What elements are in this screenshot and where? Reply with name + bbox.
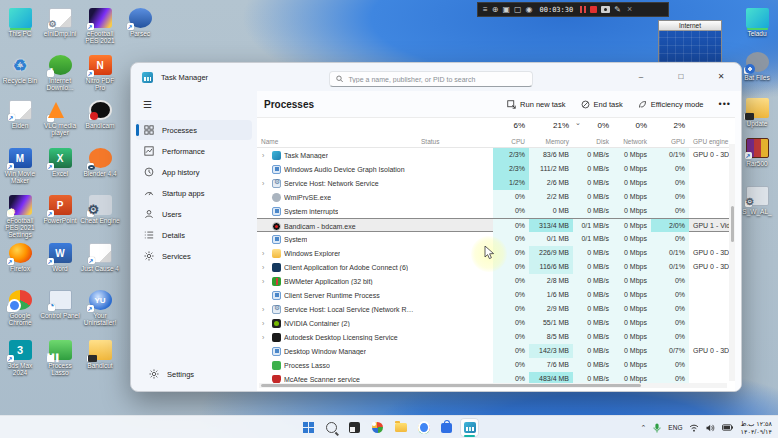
process-row[interactable]: ›Autodesk Desktop Licensing Service0%8/5…: [257, 330, 735, 344]
desktop-icon-google-chrome[interactable]: Google Chrome: [0, 290, 40, 326]
camera-icon[interactable]: [601, 6, 610, 13]
desktop-icon-your-uninstaller-[interactable]: YUYour Uninstaller!: [80, 290, 120, 326]
taskbar-snip-icon[interactable]: [345, 418, 364, 437]
horizontal-scrollbar[interactable]: [259, 383, 727, 388]
desktop-icon-elden[interactable]: Elden: [0, 100, 40, 129]
expand-chevron-icon[interactable]: ›: [262, 264, 269, 271]
sidebar-item-details[interactable]: Details: [136, 225, 252, 245]
column-gpu-engine[interactable]: GPU engine: [689, 118, 735, 147]
battery-icon[interactable]: [722, 424, 733, 431]
vertical-scrollbar-thumb[interactable]: [731, 206, 734, 242]
process-row[interactable]: Windows Audio Device Graph Isolation2/3%…: [257, 162, 735, 176]
sidebar-item-services[interactable]: Services: [136, 246, 252, 266]
process-row[interactable]: ›Service Host: Network Service1/2%2/6 MB…: [257, 176, 735, 190]
target-icon[interactable]: ⊕: [492, 6, 499, 14]
desktop-icon-excel[interactable]: XExcel: [40, 148, 80, 177]
clock[interactable]: ۱۲:۵۸ ب.ظ ۱۴۰۴/۰۹/۱۴: [740, 420, 772, 436]
wifi-icon[interactable]: [689, 424, 699, 432]
desktop-icon-process-lasso[interactable]: Process Lasso: [40, 340, 80, 376]
taskbar-file-explorer-icon[interactable]: [391, 418, 410, 437]
desktop-icon-just-cause-4[interactable]: Just Cause 4: [80, 243, 120, 272]
column-name[interactable]: Name: [261, 138, 413, 145]
desktop-icon-firefox[interactable]: Firefox: [0, 243, 40, 272]
desktop-icon-efootball-pes-2021[interactable]: eFootball PES 2021: [80, 8, 120, 44]
expand-chevron-icon[interactable]: ›: [262, 250, 269, 257]
desktop-icon-s-w-al-[interactable]: S_W_AL_: [737, 186, 777, 215]
minimize-button[interactable]: –: [621, 63, 661, 89]
microphone-icon[interactable]: [653, 423, 661, 433]
desktop-icon-nitro-pdf-pro[interactable]: NNitro PDF Pro: [80, 55, 120, 91]
desktop-icon-word[interactable]: WWord: [40, 243, 80, 272]
process-row[interactable]: Bandicam - bdcam.exe0%313/4 MB0/1 MB/s0 …: [257, 218, 735, 232]
process-row[interactable]: ›Task Manager2/3%83/6 MB0 MB/s0 Mbps0/1%…: [257, 148, 735, 162]
process-row[interactable]: Desktop Window Manager0%142/3 MB0 MB/s0 …: [257, 344, 735, 358]
column-network[interactable]: 0%Network: [613, 118, 651, 147]
layers-icon[interactable]: ▢: [514, 6, 522, 14]
column-gpu[interactable]: 2%GPU: [651, 118, 689, 147]
desktop-icon-teladu[interactable]: Teladu: [737, 8, 777, 37]
search-box[interactable]: [329, 71, 533, 87]
desktop-icon-control-panel[interactable]: Control Panel: [40, 290, 80, 319]
process-row[interactable]: Process Lasso0%7/6 MB0 MB/s0 Mbps0%: [257, 358, 735, 372]
desktop-icon-update[interactable]: Update: [737, 98, 777, 127]
stop-record-icon[interactable]: [590, 6, 597, 13]
color-pick-icon[interactable]: ◉: [526, 6, 533, 14]
taskbar-task-manager-icon[interactable]: [460, 418, 479, 437]
desktop-icon-bat-files[interactable]: Bat Files: [737, 52, 777, 81]
sidebar-item-users[interactable]: Users: [136, 204, 252, 224]
volume-icon[interactable]: [706, 424, 715, 432]
process-row[interactable]: ›BWMeter Application (32 bit)0%2/8 MB0 M…: [257, 274, 735, 288]
sidebar-item-startup-apps[interactable]: Startup apps: [136, 183, 252, 203]
efficiency-mode-button[interactable]: Efficiency mode: [638, 100, 704, 109]
desktop-icon-internet-downlo-[interactable]: Internet Downlo...: [40, 55, 80, 91]
desktop-icon-3ds-max-2024[interactable]: 33ds Max 2024: [0, 340, 40, 376]
taskbar-chrome-icon[interactable]: [414, 418, 433, 437]
pencil-icon[interactable]: ✎: [614, 6, 621, 14]
tray-chevron-up-icon[interactable]: ⌃: [640, 424, 646, 432]
desktop-icon-bandicam[interactable]: Bandicam: [80, 100, 120, 129]
desktop-icon-efootball-pes-2021-settings[interactable]: eFootball PES 2021 Settings: [0, 195, 40, 238]
zoom-region-icon[interactable]: ▣: [502, 6, 510, 14]
sidebar-item-app-history[interactable]: App history: [136, 162, 252, 182]
hamburger-menu-icon[interactable]: ☰: [143, 99, 157, 110]
desktop-icon-recycle-bin[interactable]: Recycle Bin: [0, 55, 40, 84]
process-row[interactable]: WmiPrvSE.exe0%2/2 MB0 MB/s0 Mbps0%: [257, 190, 735, 204]
desktop-icon-this-pc[interactable]: This PC: [0, 8, 40, 37]
process-row[interactable]: System interrupts0%0 MB0 MB/s0 Mbps0%: [257, 204, 735, 218]
more-options-button[interactable]: •••: [719, 99, 731, 109]
process-row[interactable]: Client Server Runtime Process0%1/6 MB0 M…: [257, 288, 735, 302]
expand-chevron-icon[interactable]: ›: [262, 180, 269, 187]
language-indicator[interactable]: ENG: [668, 424, 682, 431]
sidebar-item-settings[interactable]: Settings: [141, 364, 247, 384]
menu-icon[interactable]: ≡: [483, 6, 488, 14]
expand-chevron-icon[interactable]: ›: [262, 320, 269, 327]
desktop-icon-vlc-media-player[interactable]: VLC media player: [40, 100, 80, 136]
process-row[interactable]: ›NVIDIA Container (2)0%55/1 MB0 MB/s0 Mb…: [257, 316, 735, 330]
desktop-icon-cheat-engine[interactable]: Cheat Engine: [80, 195, 120, 224]
desktop-icon-blender-4-4[interactable]: Blender 4.4: [80, 148, 120, 177]
desktop-icon-rar500[interactable]: Rar500: [737, 138, 777, 167]
taskbar-search-icon[interactable]: [322, 418, 341, 437]
process-row[interactable]: ›Service Host: Local Service (Network Re…: [257, 302, 735, 316]
close-button[interactable]: ✕: [701, 63, 741, 89]
taskbar-store-icon[interactable]: [437, 418, 456, 437]
expand-chevron-icon[interactable]: ›: [262, 278, 269, 285]
expand-chevron-icon[interactable]: ›: [262, 334, 269, 341]
desktop-icon-einidmp-ini[interactable]: eIniDmp.ini: [40, 8, 80, 37]
desktop-icon-parsec[interactable]: Parsec: [120, 8, 160, 37]
expand-chevron-icon[interactable]: ›: [262, 306, 269, 313]
desktop-icon-bandicut[interactable]: Bandicut: [80, 340, 120, 369]
end-task-button[interactable]: End task: [581, 100, 623, 109]
maximize-button[interactable]: □: [661, 63, 701, 89]
run-new-task-button[interactable]: Run new task: [507, 100, 565, 109]
horizontal-scrollbar-thumb[interactable]: [261, 384, 641, 387]
taskbar-photos-icon[interactable]: [368, 418, 387, 437]
expand-chevron-icon[interactable]: ›: [262, 152, 269, 159]
column-cpu[interactable]: 6%CPU: [493, 118, 529, 147]
close-icon[interactable]: ×: [627, 5, 632, 14]
desktop-icon-win-movie-maker[interactable]: MWin Movie Maker: [0, 148, 40, 184]
pause-icon[interactable]: [580, 6, 586, 13]
desktop-icon-powerpoint[interactable]: PPowerPoint: [40, 195, 80, 224]
vertical-scrollbar[interactable]: [729, 144, 735, 381]
sidebar-item-performance[interactable]: Performance: [136, 141, 252, 161]
